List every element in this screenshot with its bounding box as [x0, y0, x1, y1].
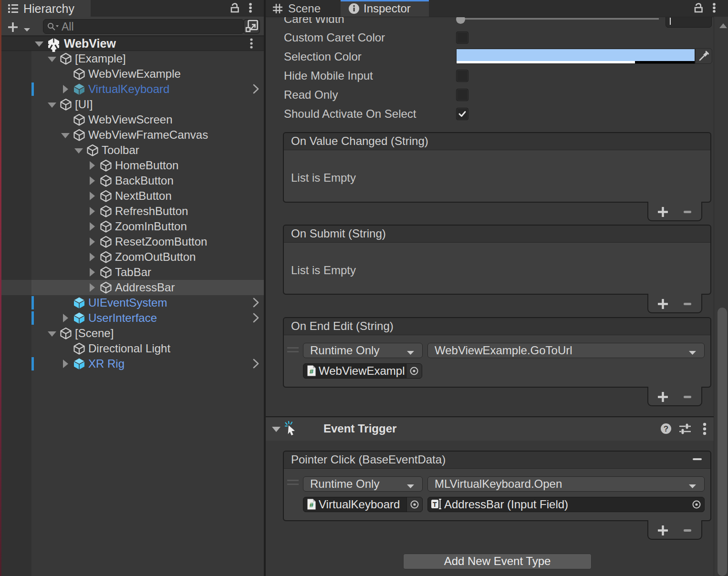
svg-text:#: # [310, 501, 314, 509]
svg-text:#: # [310, 367, 314, 375]
svg-text:T: T [433, 501, 437, 508]
svg-text:?: ? [664, 424, 668, 433]
